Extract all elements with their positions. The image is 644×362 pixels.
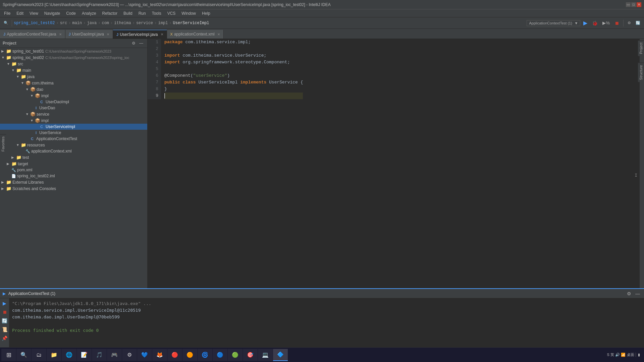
tree-target[interactable]: ▶ 📁 target — [0, 161, 147, 167]
update-button[interactable]: 🔄 — [634, 20, 642, 26]
menu-help[interactable]: Help — [199, 10, 213, 16]
taskbar-app4[interactable]: 🦊 — [152, 349, 167, 361]
breadcrumb-service[interactable]: service — [136, 21, 153, 25]
menu-edit[interactable]: Edit — [14, 10, 26, 16]
tree-pom[interactable]: ▶ 🔧 pom.xml — [0, 167, 147, 173]
menu-vcs[interactable]: VCS — [165, 10, 178, 16]
start-button[interactable]: ⊞ — [1, 349, 16, 361]
tree-project-1[interactable]: ▶ 📁 spring_ioc_test01 C:\Users\haohao\Sp… — [0, 48, 147, 54]
menu-tools[interactable]: Tools — [149, 10, 164, 16]
taskbar-app9[interactable]: 🟢 — [228, 349, 243, 361]
search-button[interactable]: 🔍 — [16, 349, 31, 361]
tree-user-service[interactable]: ▶ I UserService — [0, 130, 147, 136]
tab-close-3[interactable]: ✕ — [161, 33, 163, 36]
tree-project-2[interactable]: ▼ 📁 spring_ioc_test02 C:\Users\haohao\Sp… — [0, 54, 147, 61]
menu-analyze[interactable]: Analyze — [79, 10, 99, 16]
breadcrumb-itheima[interactable]: itheima — [114, 21, 131, 25]
tree-dao-impl[interactable]: ▼ 📦 impl — [0, 93, 147, 99]
taskbar-app10[interactable]: 🎯 — [243, 349, 258, 361]
title-bar: SpringFramework2023 [C:\Users\haohao\Spr… — [0, 0, 644, 9]
run-btn-stop[interactable]: ⏹ — [1, 308, 8, 316]
run-btn-scroll[interactable]: 📜 — [1, 326, 8, 333]
stop-button[interactable]: ⏹ — [613, 19, 621, 27]
tree-user-dao[interactable]: ▶ I UserDao — [0, 105, 147, 111]
tree-user-dao-impl[interactable]: ▶ C UserDaoImpl — [0, 99, 147, 105]
taskbar-app1[interactable]: 🎮 — [107, 349, 122, 361]
taskbar-app7[interactable]: 🌀 — [198, 349, 212, 361]
settings-button[interactable]: ⚙ — [626, 20, 633, 26]
maximize-button[interactable]: □ — [631, 2, 636, 7]
tab-label-4: applicationContext.xml — [174, 32, 215, 37]
tree-app-context-test[interactable]: ▶ C ApplicationContextTest — [0, 136, 147, 142]
sidebar-collapse-btn[interactable]: — — [138, 40, 145, 46]
tab-user-dao-impl[interactable]: J UserDaoImpl.java ✕ — [65, 30, 113, 39]
tab-close-4[interactable]: ✕ — [217, 33, 220, 36]
tree-external-libs[interactable]: ▶ 📁 External Libraries — [0, 179, 147, 185]
tree-dao[interactable]: ▼ 📦 dao — [0, 86, 147, 93]
vert-label-favorites[interactable]: Favorites — [0, 134, 6, 154]
tree-service[interactable]: ▼ 📦 service — [0, 111, 147, 117]
debug-button[interactable]: 🐞 — [590, 19, 599, 27]
breadcrumb-com[interactable]: com — [102, 21, 109, 25]
close-button[interactable]: ✕ — [637, 2, 641, 7]
taskbar-browser[interactable]: 🌐 — [62, 349, 76, 361]
taskbar-app6[interactable]: 🟠 — [182, 349, 197, 361]
run-panel-minimize-btn[interactable]: — — [634, 290, 641, 297]
tab-application-context-xml[interactable]: X applicationContext.xml ✕ — [167, 30, 224, 39]
tree-app-context-xml[interactable]: ▶ 🔧 applicationContext.xml — [0, 148, 147, 154]
taskbar-notepad[interactable]: 📝 — [77, 349, 92, 361]
menu-run[interactable]: Run — [136, 10, 149, 16]
breadcrumb-src[interactable]: src — [60, 21, 67, 25]
taskbar-app11[interactable]: 💻 — [258, 349, 273, 361]
taskbar-app3[interactable]: 💙 — [137, 349, 152, 361]
tree-java[interactable]: ▼ 📁 java — [0, 73, 147, 80]
menu-build[interactable]: Build — [121, 10, 135, 16]
menu-code[interactable]: Code — [63, 10, 78, 16]
toolbar-search-btn[interactable]: 🔍 — [2, 20, 10, 26]
vert-label-structure[interactable]: Structure — [638, 63, 644, 82]
run-config-selector[interactable]: ApplicationContextTest (1) ▼ — [527, 20, 580, 26]
run-btn-rerun[interactable]: 🔄 — [1, 317, 8, 324]
tab-user-service-impl[interactable]: J UserServiceImpl.java ✕ — [113, 30, 167, 39]
tree-scratches[interactable]: ▶ 📁 Scratches and Consoles — [0, 185, 147, 192]
menu-refactor[interactable]: Refactor — [100, 10, 120, 16]
tree-iml[interactable]: ▶ 📄 spring_ioc_test02.iml — [0, 173, 147, 179]
tree-user-service-impl[interactable]: ▶ C UserServiceImpl — [0, 124, 147, 130]
menu-navigate[interactable]: Navigate — [42, 10, 63, 16]
tree-service-impl[interactable]: ▼ 📦 impl — [0, 117, 147, 124]
tree-resources[interactable]: ▼ 📁 resources — [0, 142, 147, 148]
breadcrumb-project[interactable]: spring_ioc_test02 — [14, 21, 55, 25]
minimize-button[interactable]: — — [626, 2, 631, 7]
tab-close-1[interactable]: ✕ — [59, 33, 62, 36]
taskbar-app5[interactable]: 🔴 — [167, 349, 182, 361]
breadcrumb-main[interactable]: main — [72, 21, 82, 25]
tree-main[interactable]: ▼ 📁 main — [0, 67, 147, 73]
taskbar-app2[interactable]: ⚙ — [122, 349, 137, 361]
menu-file[interactable]: File — [1, 10, 13, 16]
tab-close-2[interactable]: ✕ — [107, 33, 109, 36]
sidebar-settings-btn[interactable]: ⚙ — [130, 40, 137, 46]
run-panel-settings-btn[interactable]: ⚙ — [626, 290, 633, 297]
run-with-coverage-button[interactable]: ▶% — [601, 19, 611, 26]
run-btn-play[interactable]: ▶ — [1, 300, 8, 307]
breadcrumb-impl[interactable]: impl — [158, 21, 168, 25]
run-button[interactable]: ▶ — [582, 19, 589, 27]
menu-window[interactable]: Window — [179, 10, 199, 16]
taskbar-app8[interactable]: 🔵 — [213, 349, 227, 361]
taskbar-explorer[interactable]: 📁 — [47, 349, 61, 361]
run-btn-pin[interactable]: 📌 — [1, 335, 8, 342]
tab-application-context-test[interactable]: J ApplicationContextTest.java ✕ — [0, 30, 65, 39]
breadcrumb-java[interactable]: java — [87, 21, 97, 25]
menu-view[interactable]: View — [27, 10, 41, 16]
code-editor[interactable]: 1 2 3 4 5 6 7 8 9 package com.itheima.se… — [148, 39, 644, 288]
taskbar-music[interactable]: 🎵 — [92, 349, 107, 361]
pom-icon: 🔧 — [11, 168, 16, 172]
vert-label-project[interactable]: Project — [638, 40, 644, 56]
tree-src[interactable]: ▼ 📁 src — [0, 61, 147, 67]
tree-com-itheima[interactable]: ▼ 📦 com.itheima — [0, 80, 147, 86]
show-desktop-btn[interactable]: ▮ — [636, 353, 640, 357]
taskview-button[interactable]: 🗂 — [32, 349, 46, 361]
tree-test[interactable]: ▶ 📁 test — [0, 154, 147, 161]
breadcrumb-file[interactable]: UserServiceImpl — [173, 21, 209, 25]
taskbar-idea[interactable]: 🔷 — [273, 349, 288, 361]
